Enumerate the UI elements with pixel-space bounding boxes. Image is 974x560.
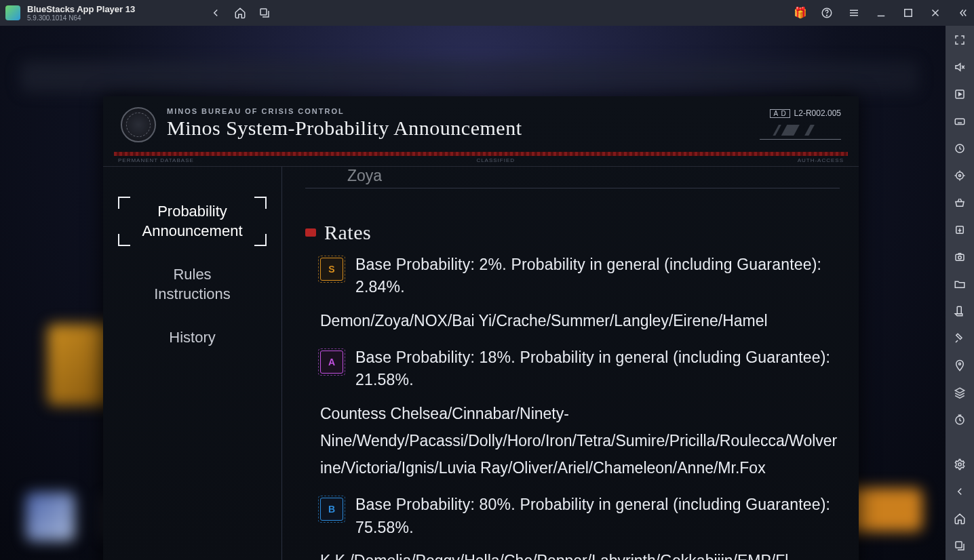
svg-point-8: [959, 175, 961, 177]
minimize-icon[interactable]: [875, 7, 887, 19]
rank-s-block: S Base Probability: 2%. Probability in g…: [305, 254, 840, 340]
hamburger-icon[interactable]: [848, 7, 860, 19]
rank-a-block: A Base Probability: 18%. Probability in …: [305, 346, 840, 487]
bluestacks-logo: [5, 5, 20, 20]
modal-title: Minos System-Probability Announcement: [167, 117, 522, 140]
minos-emblem-icon: [121, 107, 156, 142]
shake-icon[interactable]: [952, 331, 967, 346]
ref-prefix: A D: [770, 109, 790, 118]
svg-rect-16: [956, 542, 962, 548]
collapse-right-icon[interactable]: [956, 7, 969, 19]
target-icon[interactable]: [952, 168, 967, 183]
rates-heading-row: Rates: [305, 221, 840, 244]
titlebar: BlueStacks App Player 13 5.9.300.1014 N6…: [0, 0, 974, 26]
meta-row: PERMANENT DATABASE CLASSIFIED AUTH-ACCES…: [103, 156, 859, 167]
location-icon[interactable]: [952, 358, 967, 373]
home-sidebar-icon[interactable]: [952, 511, 967, 526]
signature-line: [760, 123, 841, 140]
record-icon[interactable]: [952, 141, 967, 156]
svg-point-2: [827, 15, 827, 16]
folder-icon[interactable]: [952, 277, 967, 292]
layers-icon[interactable]: [952, 385, 967, 400]
basket-icon[interactable]: [952, 195, 967, 210]
nav-buttons: [210, 7, 271, 19]
red-divider: [114, 152, 848, 156]
back-icon[interactable]: [210, 7, 222, 19]
home-icon[interactable]: [234, 7, 246, 19]
scroll-peek-name: Zoya: [305, 167, 840, 185]
reference-code: A DL2-R002.005: [770, 108, 841, 118]
settings-icon[interactable]: [952, 457, 967, 472]
rank-s-badge-icon: S: [320, 258, 343, 281]
probability-modal: MINOS BUREAU OF CRISIS CONTROL Minos Sys…: [103, 96, 859, 560]
fullscreen-icon[interactable]: [952, 33, 967, 47]
volume-mute-icon[interactable]: [952, 60, 967, 75]
modal-sidebar: Probability Announcement Rules Instructi…: [103, 167, 282, 560]
rank-b-text: Base Probability: 80%. Probability in ge…: [355, 494, 840, 539]
rank-b-badge-icon: B: [320, 498, 343, 521]
keyboard-icon[interactable]: [952, 114, 967, 129]
rank-b-block: B Base Probability: 80%. Probability in …: [305, 494, 840, 560]
svg-rect-10: [956, 254, 964, 260]
svg-rect-0: [260, 9, 267, 15]
clock-icon[interactable]: [952, 412, 967, 427]
rates-heading: Rates: [324, 221, 371, 244]
title-block: BlueStacks App Player 13 5.9.300.1014 N6…: [27, 5, 135, 22]
tab-history[interactable]: History: [103, 316, 281, 360]
rank-a-units: Countess Chelsea/Cinnabar/Ninety-Nine/We…: [305, 392, 840, 487]
svg-point-7: [956, 172, 964, 180]
rank-s-units: Demon/Zoya/NOX/Bai Yi/Crache/Summer/Lang…: [305, 299, 840, 340]
help-icon[interactable]: [821, 7, 833, 19]
rank-b-units: K.K./Demolia/Peggy/Hella/Che/Pepper/Laby…: [305, 539, 840, 560]
tab-label-line2: Announcement: [142, 222, 243, 239]
content-divider: [305, 188, 840, 188]
game-viewport: MINOS BUREAU OF CRISIS CONTROL Minos Sys…: [0, 26, 946, 560]
svg-rect-12: [957, 306, 961, 314]
back-sidebar-icon[interactable]: [952, 484, 967, 499]
rotate-icon[interactable]: [952, 304, 967, 319]
recents-icon[interactable]: [258, 7, 271, 19]
close-icon[interactable]: [929, 7, 941, 19]
tab-probability-announcement[interactable]: Probability Announcement: [103, 190, 281, 253]
tab-label-line1: Probability: [157, 203, 227, 220]
meta-left: PERMANENT DATABASE: [118, 157, 194, 163]
meta-right: AUTH-ACCESS: [798, 157, 844, 163]
modal-header: MINOS BUREAU OF CRISIS CONTROL Minos Sys…: [103, 96, 859, 148]
apk-icon[interactable]: [952, 222, 967, 237]
recents-sidebar-icon[interactable]: [952, 538, 967, 553]
modal-content[interactable]: Zoya Rates S Base Probability: 2%. Proba…: [282, 167, 859, 560]
rank-a-badge-icon: A: [320, 351, 343, 374]
gift-icon[interactable]: 🎁: [794, 7, 806, 19]
svg-point-13: [959, 363, 961, 365]
app-title: BlueStacks App Player 13: [27, 5, 135, 14]
svg-point-11: [958, 256, 962, 260]
app-subtitle: 5.9.300.1014 N64: [27, 15, 135, 22]
window-controls: 🎁: [794, 7, 969, 19]
tab-label-line2: Instructions: [154, 285, 231, 302]
tab-label: History: [169, 329, 215, 346]
play-box-icon[interactable]: [952, 87, 967, 102]
maximize-icon[interactable]: [902, 7, 914, 19]
rank-s-text: Base Probability: 2%. Probability in gen…: [355, 254, 840, 299]
ref-code: L2-R002.005: [794, 108, 841, 118]
screenshot-icon[interactable]: [952, 249, 967, 264]
meta-center: CLASSIFIED: [476, 157, 515, 163]
tab-rules-instructions[interactable]: Rules Instructions: [103, 253, 281, 316]
svg-rect-5: [955, 119, 965, 124]
bluestacks-sidebar: [946, 26, 974, 560]
rates-chip-icon: [305, 228, 316, 237]
rank-a-text: Base Probability: 18%. Probability in ge…: [355, 346, 840, 392]
tab-label-line1: Rules: [173, 266, 211, 283]
bureau-label: MINOS BUREAU OF CRISIS CONTROL: [167, 107, 522, 115]
svg-point-15: [958, 463, 962, 466]
svg-rect-3: [905, 9, 912, 17]
